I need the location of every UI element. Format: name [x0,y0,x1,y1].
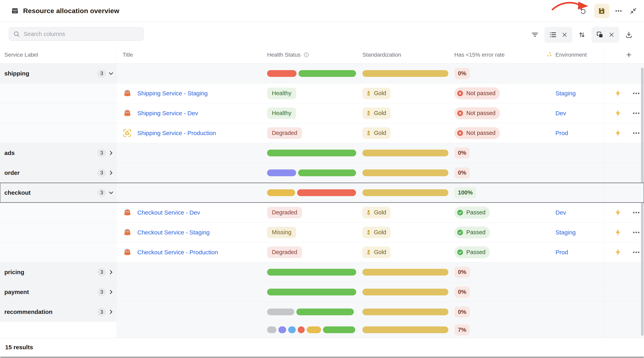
column-header-service-label[interactable]: Service Label [0,46,116,64]
column-header-standardization[interactable]: Standardization [359,46,452,64]
service-row[interactable]: Checkout Service - ProductionDegradedGol… [0,242,644,262]
chevron-down-icon[interactable] [108,189,114,196]
error-rate-cell: 0% [452,64,546,83]
service-title-link[interactable]: Shipping Service - Production [137,130,216,137]
check-result-badge: Passed [454,246,490,258]
service-title-link[interactable]: Checkout Service - Staging [137,229,210,236]
service-label-cell [0,222,116,242]
download-icon [625,31,633,39]
sort-button[interactable] [578,30,586,39]
lightning-action-icon[interactable] [614,89,622,98]
stack-chip[interactable] [592,27,619,43]
chevron-right-icon[interactable] [108,170,114,176]
lightning-action-icon[interactable] [614,228,622,237]
row-menu-icon[interactable] [632,248,640,256]
column-header-title[interactable]: Title [116,46,259,64]
environment-cell [546,183,604,202]
row-actions-cell [604,143,644,163]
clear-group-by-icon[interactable] [561,31,568,38]
chevron-down-icon[interactable] [108,70,114,77]
service-row[interactable]: Shipping Service - ProductionDegradedGol… [0,123,644,143]
row-menu-icon[interactable] [632,109,640,117]
service-label-cell [0,83,116,103]
bar-segment-green [298,170,356,176]
environment-cell [546,282,604,302]
collapse-button[interactable] [627,4,640,17]
standardization-cell [359,282,452,302]
relation-icon [546,51,553,58]
group-name: order [4,170,20,176]
standardization-cell: Gold [359,83,452,103]
group-row-ads[interactable]: ads30% [0,143,644,163]
chevron-right-icon[interactable] [108,289,114,295]
group-row-recommendation[interactable]: recommendation30% [0,302,644,322]
service-label-cell [0,242,116,262]
environment-link[interactable]: Dev [556,110,566,117]
health-status-bar [267,309,356,315]
group-row-order[interactable]: order30% [0,163,644,183]
health-status-badge: Degraded [267,207,302,218]
add-column-button[interactable] [624,50,634,60]
clear-stack-icon[interactable] [608,31,615,38]
error-rate-badge: 0% [454,167,470,179]
chevron-right-icon[interactable] [108,269,114,276]
toolbar-actions [530,27,633,43]
service-label-cell: ads3 [0,143,116,163]
chevron-right-icon[interactable] [108,309,114,315]
group-by-chip[interactable] [544,27,572,43]
row-menu-icon[interactable] [632,89,640,98]
page-title: Resource allocation overview [23,7,120,15]
environment-link[interactable]: Prod [556,130,568,137]
info-icon[interactable] [303,52,309,58]
row-menu-icon[interactable] [632,129,640,137]
environment-link[interactable]: Dev [556,209,566,216]
medal-icon [366,130,372,136]
service-label-cell [0,322,116,338]
environment-link[interactable]: Staging [556,229,576,236]
service-row[interactable]: Checkout Service - StagingMissingGoldPas… [0,222,644,242]
environment-cell [546,262,604,282]
row-menu-icon[interactable] [632,208,640,217]
group-row-checkout[interactable]: checkout3100% [0,183,644,203]
lightning-action-icon[interactable] [614,129,622,137]
group-row-pricing[interactable]: pricing30% [0,262,644,282]
service-row[interactable]: Shipping Service - StagingHealthyGoldNot… [0,83,644,103]
column-header-error-rate[interactable]: Has <15% error rate [452,46,546,64]
filter-button[interactable] [530,30,539,39]
column-header-health-status[interactable]: Health Status [259,46,359,64]
undo-button[interactable] [576,4,589,17]
row-menu-icon[interactable] [632,228,640,237]
service-row[interactable]: Shipping Service - DevHealthyGoldNot pas… [0,103,644,123]
search-box[interactable] [9,27,144,41]
save-button[interactable] [594,4,609,18]
search-input[interactable] [24,31,140,37]
download-button[interactable] [624,30,633,39]
undo-icon [579,7,587,15]
standardization-tier-badge: Gold [362,127,390,139]
row-actions-cell [604,83,644,103]
group-row-shipping[interactable]: shipping30% [0,64,644,83]
environment-cell: Dev [546,103,604,123]
chevron-right-icon[interactable] [108,150,114,156]
service-label-cell [0,123,116,143]
service-row[interactable]: Checkout Service - DevDegradedGoldPassed… [0,203,644,222]
bar-segment-green [298,70,356,77]
environment-cell: Staging [546,83,604,103]
lightning-action-icon[interactable] [614,248,622,256]
lightning-action-icon[interactable] [614,109,622,117]
service-title-link[interactable]: Shipping Service - Staging [137,90,208,97]
environment-link[interactable]: Staging [556,90,576,97]
search-icon [13,30,20,37]
more-actions-button[interactable] [612,4,625,17]
service-title-link[interactable]: Shipping Service - Dev [137,110,198,117]
standardization-cell: Gold [359,242,452,262]
lightning-action-icon[interactable] [614,208,622,217]
service-title-link[interactable]: Checkout Service - Production [137,249,218,256]
title-cell: Checkout Service - Dev [116,203,259,222]
health-status-bar [267,150,356,156]
environment-link[interactable]: Prod [556,249,568,256]
column-header-environment[interactable]: Environment [546,46,604,64]
error-rate-cell: 0% [452,262,546,282]
group-row-payment[interactable]: payment30% [0,282,644,302]
service-title-link[interactable]: Checkout Service - Dev [137,209,200,216]
